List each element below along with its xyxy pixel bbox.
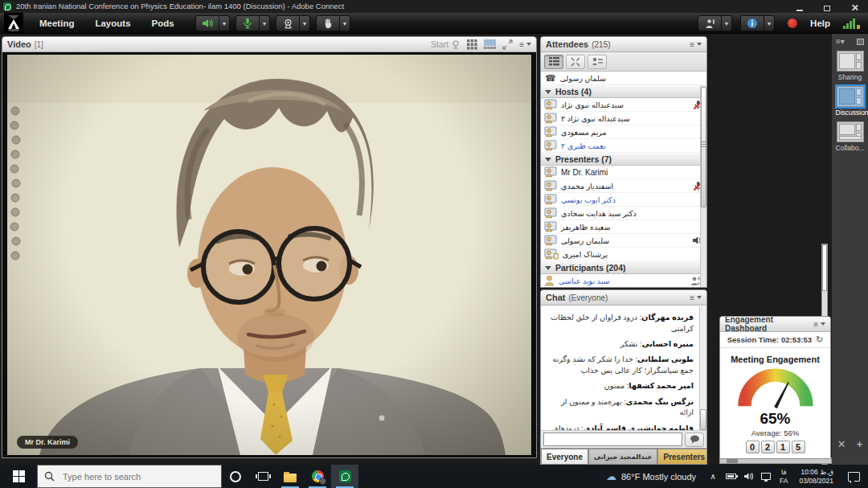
info-button[interactable]: ▼ [740, 15, 775, 31]
phone-attendee-row[interactable]: ☎ سلمان رسولی [541, 72, 706, 85]
attendee-row[interactable]: دکتر سید هدایت سجادی [541, 207, 706, 220]
engagement-gauge [727, 367, 824, 409]
presenter-avatar-icon [544, 180, 557, 191]
status-person-icon [705, 18, 715, 29]
scrollbar-thumb[interactable] [822, 244, 827, 291]
sharing-layout-thumbnail[interactable] [837, 51, 864, 72]
info-dropdown[interactable]: ▼ [764, 15, 775, 31]
attendee-row[interactable]: پرشناک امیری [541, 248, 706, 261]
delete-layout-button[interactable]: ✕ [837, 438, 846, 450]
attendees-scrollbar[interactable] [700, 85, 706, 287]
search-input[interactable] [61, 471, 198, 482]
refresh-icon[interactable]: ↻ [816, 334, 823, 345]
minimize-button[interactable] [786, 0, 813, 13]
video-pod-menu[interactable]: ≡ [519, 40, 531, 49]
microphone-dropdown[interactable]: ▼ [260, 15, 270, 31]
attendee-row[interactable]: نعمت طبری ۲ [541, 139, 706, 153]
attendee-name: نعمت طبری ۲ [561, 141, 606, 150]
close-button[interactable] [841, 0, 868, 13]
chrome-icon [312, 470, 324, 482]
chat-tab-presenters[interactable]: Presenters [657, 449, 707, 464]
status-button[interactable]: ▼ [698, 15, 732, 31]
grid-view-icon[interactable] [467, 39, 477, 50]
status-view-button[interactable] [588, 55, 607, 69]
display-icon[interactable] [757, 473, 775, 480]
chat-scrollbar[interactable] [699, 306, 706, 432]
layout-item-discussion[interactable]: Discussion [836, 86, 865, 117]
attendee-row[interactable]: دکتر ایوب یونسی [541, 193, 706, 207]
language-indicator[interactable]: فا FA [775, 468, 792, 485]
attendee-row[interactable]: سیدعبداله نبوی نژاد [541, 98, 706, 112]
tray-overflow-chevron[interactable]: ∧ [704, 472, 722, 481]
scrollbar-thumb[interactable] [700, 409, 706, 430]
participants-group-header[interactable]: Participants (204) [541, 261, 706, 274]
filmstrip-view-icon[interactable] [484, 39, 496, 49]
raise-hand-button[interactable]: ▼ [316, 15, 350, 31]
attendee-row[interactable]: سلیمان رسولی [541, 234, 706, 248]
start-my-webcam-button[interactable]: Start [431, 39, 461, 49]
maximize-button[interactable] [813, 0, 841, 13]
taskbar-search[interactable] [37, 465, 222, 488]
hosts-group-header[interactable]: Hosts (4) [541, 85, 706, 98]
attendee-row[interactable]: مریم مسعودی [541, 125, 706, 139]
taskbar-weather[interactable]: ☁ 86°F Mostly cloudy [598, 470, 704, 482]
volume-icon[interactable] [739, 472, 757, 481]
status-dropdown[interactable]: ▼ [722, 15, 732, 31]
chat-pod-menu[interactable]: ≡ [690, 293, 702, 302]
action-center-icon[interactable] [848, 472, 860, 482]
attendee-row[interactable]: اسفندیار محمدی [541, 179, 706, 193]
windows-logo-icon [13, 470, 25, 482]
task-view-button[interactable] [249, 465, 276, 488]
add-layout-button[interactable]: + [857, 438, 863, 450]
connection-status-icon[interactable] [843, 18, 860, 29]
presenters-group-header[interactable]: Presenters (7) [541, 153, 706, 166]
attendee-row[interactable]: Mr Dr. Karimi [541, 166, 706, 179]
taskbar-clock[interactable]: ق.ظ 10:06 03/08/2021 [792, 468, 840, 485]
webcam-button[interactable]: ▼ [276, 15, 310, 31]
speaker-button[interactable]: ▼ [195, 15, 230, 31]
menu-pods[interactable]: Pods [141, 13, 185, 34]
fullscreen-icon[interactable] [502, 39, 513, 50]
speaker-dropdown[interactable]: ▼ [219, 15, 230, 31]
discussion-layout-thumbnail[interactable] [837, 86, 864, 107]
chat-tab-everyone[interactable]: Everyone [541, 449, 588, 464]
recording-indicator-icon [788, 18, 797, 28]
chat-input[interactable] [543, 433, 682, 446]
battery-icon[interactable] [722, 474, 739, 479]
menu-meeting[interactable]: Meeting [29, 13, 84, 34]
help-link[interactable]: Help [810, 18, 830, 28]
breakout-view-button[interactable] [566, 55, 585, 69]
start-button[interactable] [0, 465, 37, 488]
chat-message-list: فریده مهرگان: درود فراوان از خلق لحظات ک… [541, 306, 699, 432]
attendee-list-view-button[interactable] [544, 55, 563, 69]
chat-message: فریده مهرگان: درود فراوان از خلق لحظات ک… [547, 312, 694, 334]
clock-date: 03/08/2021 [799, 477, 833, 486]
attendees-toolbar [541, 52, 706, 72]
attendee-name: پرشناک امیری [563, 250, 608, 259]
attendees-pod-menu[interactable]: ≡ [690, 40, 702, 49]
layout-item-sharing[interactable]: Sharing [836, 51, 865, 81]
save-layout-icon[interactable] [857, 39, 864, 45]
webcam-dropdown[interactable]: ▼ [300, 15, 310, 31]
presenter-avatar-icon [544, 194, 557, 205]
file-explorer-button[interactable] [276, 465, 304, 488]
microphone-button[interactable]: ▼ [235, 15, 270, 31]
attendee-row[interactable]: سعیده ظاهریفر [541, 220, 706, 234]
raise-hand-icon [323, 18, 334, 29]
cortana-button[interactable] [222, 465, 249, 488]
layout-panel-menu[interactable]: ≡▾ [836, 37, 845, 46]
attendee-name: مریم مسعودی [561, 128, 607, 137]
chat-tab-private-1[interactable]: عبدالمجید جیرانی [588, 449, 657, 464]
layout-item-collaboration[interactable]: Collabo... [836, 121, 865, 152]
collaboration-layout-thumbnail[interactable] [837, 121, 864, 142]
menu-layouts[interactable]: Layouts [84, 13, 141, 34]
adobe-connect-taskbar-button[interactable] [331, 465, 358, 488]
attendee-row[interactable]: سید نوید عباسی [541, 274, 706, 288]
chrome-button[interactable] [304, 465, 331, 488]
attendee-row[interactable]: سیدعبداله نبوی نژاد ۲ [541, 112, 706, 125]
video-name-tag: Mr Dr. Karimi [17, 436, 78, 449]
send-message-button[interactable] [685, 433, 704, 447]
engagement-pod-menu[interactable]: ≡ [813, 320, 825, 329]
raise-hand-dropdown[interactable]: ▼ [340, 15, 350, 31]
adobe-connect-icon [339, 470, 351, 482]
